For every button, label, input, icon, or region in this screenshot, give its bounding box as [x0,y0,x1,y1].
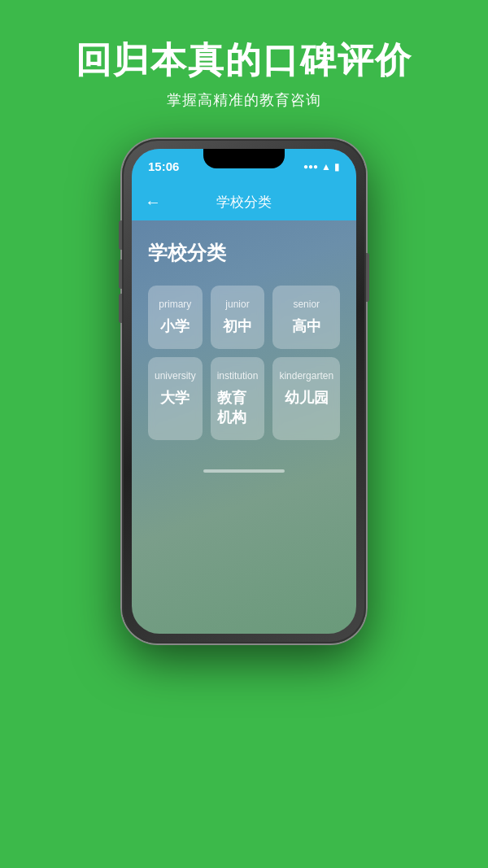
card-label-zh: 初中 [223,316,252,336]
card-label-en: senior [293,299,320,310]
status-notch [203,149,285,168]
category-grid: primary小学junior初中senior高中university大学ins… [148,286,340,440]
phone-screen: 15:06 ●●● ▲ ▮ ← 学校分类 学校分类 primary小学junio… [132,149,356,634]
card-label-en: university [155,370,196,382]
battery-icon: ▮ [334,161,340,172]
card-label-zh: 教育机构 [217,388,259,427]
card-label-en: institution [217,370,259,382]
card-label-zh: 小学 [160,316,190,336]
main-subtitle: 掌握高精准的教育咨询 [76,90,412,110]
status-time: 15:06 [148,159,179,173]
nav-bar: ← 学校分类 [132,185,356,220]
category-card[interactable]: university大学 [148,357,203,440]
home-indicator-bar [203,469,285,473]
category-card[interactable]: junior初中 [211,286,265,349]
card-label-en: kindergarten [279,370,333,382]
nav-title: 学校分类 [216,193,272,212]
back-button[interactable]: ← [145,193,161,212]
status-bar: 15:06 ●●● ▲ ▮ [132,149,356,185]
category-card[interactable]: institution教育机构 [211,357,265,440]
status-icons: ●●● ▲ ▮ [303,161,340,172]
header-section: 回归本真的口碑评价 掌握高精准的教育咨询 [76,39,412,110]
card-label-en: junior [225,299,249,310]
card-label-zh: 幼儿园 [285,388,329,408]
category-card[interactable]: primary小学 [148,286,203,349]
wifi-icon: ▲ [321,161,331,172]
card-label-zh: 高中 [292,316,321,336]
home-indicator [132,460,356,482]
card-label-zh: 大学 [160,388,190,408]
page-title: 学校分类 [148,240,340,266]
phone-container: 15:06 ●●● ▲ ▮ ← 学校分类 学校分类 primary小学junio… [122,139,366,643]
signal-icon: ●●● [303,162,318,171]
category-card[interactable]: senior高中 [272,286,340,349]
main-title: 回归本真的口碑评价 [76,39,412,82]
category-card[interactable]: kindergarten幼儿园 [272,357,340,440]
content-area: 学校分类 primary小学junior初中senior高中university… [132,220,356,460]
card-label-en: primary [159,299,191,310]
